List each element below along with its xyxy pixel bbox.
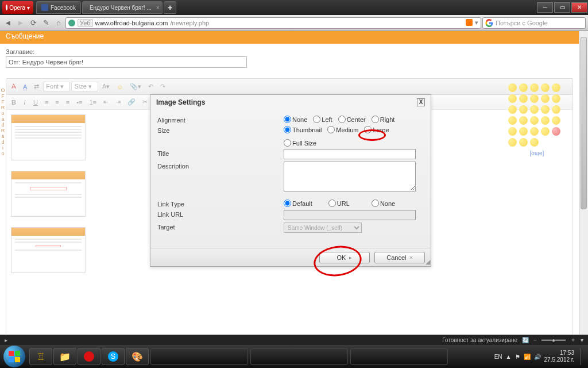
url-input[interactable]: Уеб www.offroad-bulgaria.com/newreply.ph… [65, 17, 481, 29]
smiley-icon[interactable] [541, 83, 550, 92]
smiley-icon[interactable] [508, 138, 517, 147]
tab-close-icon[interactable]: × [156, 5, 160, 11]
smiley-icon[interactable] [530, 138, 539, 147]
emoji-button[interactable]: ☺ [114, 82, 126, 92]
indent-button[interactable]: ⇥ [113, 97, 123, 108]
resize-grip-icon[interactable]: ◢ [425, 258, 430, 266]
smiley-icon[interactable] [519, 116, 528, 125]
window-minimize-button[interactable]: ─ [537, 2, 553, 13]
smiley-icon[interactable] [519, 94, 528, 103]
zoom-slider[interactable]: ━━━●━━━ [541, 337, 566, 343]
attach-button[interactable]: 📎▾ [127, 81, 144, 92]
browser-tab-facebook[interactable]: Facebook [36, 1, 81, 14]
outdent-button[interactable]: ⇤ [100, 97, 111, 108]
link-button[interactable]: 🔗 [125, 97, 138, 108]
browser-tab-active[interactable]: Ендуро Червен бряг! ... × [82, 1, 163, 14]
taskbar-window-preview-1[interactable] [150, 348, 248, 365]
smiley-icon[interactable] [552, 127, 560, 136]
smiley-icon[interactable] [508, 127, 517, 136]
dialog-close-button[interactable]: X [417, 98, 425, 106]
smiley-icon[interactable] [541, 105, 550, 114]
alignment-right-radio[interactable]: Right [372, 116, 395, 123]
redo-button[interactable]: ↷ [157, 81, 168, 92]
new-tab-button[interactable]: ✚ [164, 1, 176, 14]
smiley-icon[interactable] [530, 94, 539, 103]
switch-mode-button[interactable]: ⇄ [31, 81, 42, 92]
cancel-button[interactable]: Cancel× [374, 252, 425, 263]
unlink-button[interactable]: ✂ [140, 97, 150, 108]
smiley-icon[interactable] [541, 127, 550, 136]
smiley-icon[interactable] [508, 116, 517, 125]
smiley-icon[interactable] [541, 94, 550, 103]
tray-action-center-icon[interactable]: ⚑ [515, 354, 520, 360]
panel-toggle-icon[interactable]: ▸ [5, 337, 7, 343]
nav-home-button[interactable]: ⌂ [53, 17, 64, 29]
nav-reload-button[interactable]: ⟳ [28, 17, 39, 29]
smiley-icon[interactable] [519, 127, 528, 136]
size-large-radio[interactable]: Large [364, 126, 389, 133]
bold-button[interactable]: B [9, 97, 19, 108]
font-color-button[interactable]: A [20, 82, 30, 92]
zoom-out-icon[interactable]: − [533, 337, 537, 343]
rss-icon[interactable] [466, 19, 473, 26]
opera-menu-button[interactable]: Opera ▾ [2, 1, 33, 14]
linktype-url-radio[interactable]: URL [328, 200, 350, 207]
tray-clock[interactable]: 17:53 27.5.2012 г. [544, 350, 574, 363]
lang-indicator[interactable]: EN [494, 354, 502, 360]
smiley-icon[interactable] [508, 83, 517, 92]
zoom-in-icon[interactable]: ＋ [570, 336, 576, 344]
italic-button[interactable]: I [20, 97, 29, 108]
smiley-icon[interactable] [552, 83, 560, 92]
smiley-icon[interactable] [508, 94, 517, 103]
align-right-button[interactable]: ≡ [63, 97, 72, 108]
text-color-button[interactable]: A▾ [99, 81, 113, 92]
smiley-icon[interactable] [530, 105, 539, 114]
image-title-input[interactable] [284, 149, 416, 159]
post-title-input[interactable] [6, 56, 247, 68]
zoom-dropdown-icon[interactable]: ▾ [581, 337, 583, 343]
nav-back-button[interactable]: ◄ [2, 17, 14, 29]
alignment-none-radio[interactable]: None [284, 116, 307, 123]
taskbar-skype[interactable]: S [102, 348, 125, 365]
nav-forward-button[interactable]: ► [15, 17, 26, 29]
tray-notifications-icon[interactable]: ▲ [506, 354, 512, 360]
browser-search-input[interactable]: Потърси с Google [482, 17, 586, 29]
linktype-default-radio[interactable]: Default [284, 200, 312, 207]
taskbar-window-preview-2[interactable] [250, 348, 348, 365]
list-ol-button[interactable]: 1≡ [86, 97, 99, 108]
alignment-center-radio[interactable]: Center [338, 116, 366, 123]
undo-button[interactable]: ↶ [145, 81, 156, 92]
alignment-left-radio[interactable]: Left [313, 116, 332, 123]
image-description-input[interactable] [284, 162, 416, 191]
tray-volume-icon[interactable]: 🔊 [534, 354, 541, 360]
list-ul-button[interactable]: •≡ [74, 97, 85, 108]
start-button[interactable] [3, 346, 25, 367]
smilies-more-link[interactable]: [още] [508, 150, 566, 156]
linktype-none-radio[interactable]: None [372, 200, 395, 207]
smiley-icon[interactable] [541, 116, 550, 125]
align-center-button[interactable]: ≡ [52, 97, 61, 108]
taskbar-explorer[interactable]: 📁 [53, 348, 76, 365]
taskbar-opera[interactable] [78, 348, 100, 365]
window-maximize-button[interactable]: ▭ [554, 2, 570, 13]
smiley-icon[interactable] [552, 94, 560, 103]
ok-button[interactable]: OK▸ [319, 252, 370, 263]
smiley-icon[interactable] [508, 105, 517, 114]
size-thumbnail-radio[interactable]: Thumbnail [284, 126, 322, 133]
smiley-icon[interactable] [519, 83, 528, 92]
tray-network-icon[interactable]: 📶 [524, 354, 531, 360]
taskbar-app-1[interactable]: ♖ [29, 348, 52, 365]
align-left-button[interactable]: ≡ [42, 97, 51, 108]
size-select[interactable]: Size ▾ [71, 82, 98, 91]
remove-format-button[interactable]: A̶ [9, 81, 19, 92]
size-full-radio[interactable]: Full Size [284, 139, 316, 147]
window-close-button[interactable]: ✕ [571, 2, 587, 13]
show-desktop-button[interactable] [580, 348, 585, 365]
attached-image-3[interactable] [11, 227, 86, 273]
attached-image-1[interactable] [11, 114, 86, 160]
smiley-icon[interactable] [552, 105, 560, 114]
nav-wand-button[interactable]: ✎ [40, 17, 52, 29]
dropdown-icon[interactable]: ▾ [475, 19, 478, 26]
attached-image-2[interactable] [11, 171, 86, 217]
sync-icon[interactable]: 🔄 [522, 337, 529, 343]
